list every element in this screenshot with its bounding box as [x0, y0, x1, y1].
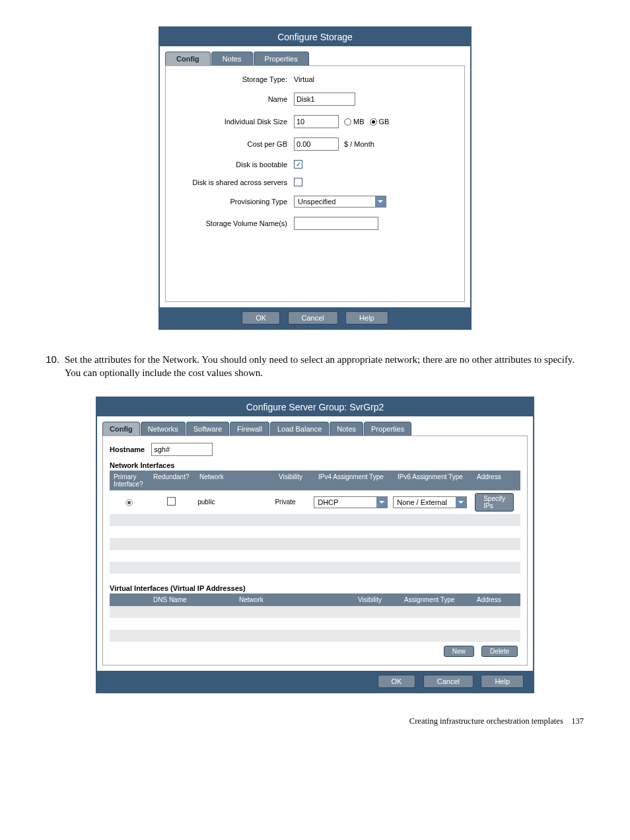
- primary-interface-radio[interactable]: [125, 499, 133, 506]
- footer-page: 137: [571, 716, 584, 726]
- table-row: [110, 562, 520, 574]
- table-row: [110, 606, 520, 618]
- ok-button[interactable]: OK: [378, 675, 416, 688]
- col-address: Address: [473, 471, 520, 490]
- tab-row: Config Notes Properties: [165, 52, 465, 65]
- tab-config[interactable]: Config: [165, 52, 211, 65]
- col-visibility: Visibility: [275, 471, 314, 490]
- tab-properties[interactable]: Properties: [364, 422, 411, 436]
- hostname-input[interactable]: [151, 443, 213, 456]
- table-row: [110, 526, 520, 538]
- chevron-down-icon: [375, 196, 386, 207]
- dialog-title: Configure Server Group: SvrGrp2: [97, 398, 533, 416]
- name-label: Name: [175, 95, 294, 103]
- cost-input[interactable]: [294, 137, 339, 151]
- inner-button-row: New Delete: [110, 642, 520, 658]
- redundant-checkbox[interactable]: [167, 497, 176, 506]
- virtual-table-header: DNS Name Network Visibility Assignment T…: [110, 593, 520, 606]
- configure-storage-dialog: Configure Storage Config Notes Propertie…: [158, 26, 472, 330]
- shared-label: Disk is shared across servers: [175, 178, 294, 186]
- tab-firewall[interactable]: Firewall: [230, 422, 269, 436]
- dialog-title: Configure Storage: [160, 28, 470, 46]
- col-ipv4: IPv4 Assignment Type: [314, 471, 394, 490]
- network-interfaces-header: Network Interfaces: [110, 461, 520, 469]
- tab-networks[interactable]: Networks: [141, 422, 186, 436]
- bootable-label: Disk is bootable: [175, 161, 294, 169]
- network-cell: public: [193, 496, 271, 508]
- ipv4-value: DHCP: [318, 498, 338, 506]
- cost-label: Cost per GB: [175, 140, 294, 148]
- step-number: 10.: [40, 353, 65, 380]
- table-row: [110, 514, 520, 526]
- col-assignment: Assignment Type: [400, 593, 473, 606]
- col-ipv6: IPv6 Assignment Type: [394, 471, 473, 490]
- col-redundant: Redundant?: [149, 471, 195, 490]
- tab-config[interactable]: Config: [102, 422, 140, 436]
- tab-software[interactable]: Software: [186, 422, 229, 436]
- unit-gb-radio[interactable]: GB: [370, 118, 390, 126]
- provisioning-select[interactable]: Unspecified: [294, 196, 386, 208]
- ok-button[interactable]: OK: [242, 311, 280, 325]
- table-row: [110, 618, 520, 630]
- disk-size-label: Individual Disk Size: [175, 118, 294, 126]
- disk-size-input[interactable]: [294, 115, 339, 128]
- config-panel: Storage Type: Virtual Name Individual Di…: [165, 65, 465, 302]
- shared-checkbox[interactable]: [294, 178, 302, 186]
- ipv6-select[interactable]: None / External: [393, 496, 467, 508]
- volume-label: Storage Volume Name(s): [175, 219, 294, 227]
- col-primary: Primary Interface?: [110, 471, 149, 490]
- visibility-cell: Private: [271, 496, 310, 508]
- col-visibility: Visibility: [354, 593, 400, 606]
- cancel-button[interactable]: Cancel: [423, 675, 473, 688]
- storage-type-label: Storage Type:: [175, 75, 294, 83]
- bootable-checkbox[interactable]: [294, 160, 302, 169]
- tab-notes[interactable]: Notes: [211, 52, 253, 65]
- radio-icon: [370, 118, 377, 126]
- storage-type-value: Virtual: [294, 75, 455, 83]
- server-group-panel: Hostname Network Interfaces Primary Inte…: [102, 436, 528, 666]
- step-text: Set the attributes for the Network. You …: [65, 353, 590, 380]
- hostname-label: Hostname: [110, 445, 145, 453]
- col-network: Network: [235, 593, 354, 606]
- col-network: Network: [195, 471, 275, 490]
- configure-server-group-dialog: Configure Server Group: SvrGrp2 Config N…: [96, 397, 534, 693]
- prov-label: Provisioning Type: [175, 198, 294, 206]
- specify-ips-button[interactable]: Specify IPs: [475, 493, 514, 512]
- help-button[interactable]: Help: [481, 675, 524, 688]
- radio-icon: [344, 118, 351, 126]
- chevron-down-icon: [376, 497, 387, 508]
- delete-button[interactable]: Delete: [481, 646, 518, 657]
- unit-mb-label: MB: [353, 118, 365, 126]
- dialog1-button-row: OK Cancel Help: [160, 307, 470, 328]
- instruction-step: 10. Set the attributes for the Network. …: [40, 353, 590, 380]
- table-row: [110, 630, 520, 642]
- col-blank: [110, 593, 149, 606]
- col-dns-name: DNS Name: [149, 593, 235, 606]
- new-button[interactable]: New: [444, 646, 474, 657]
- cost-suffix: $ / Month: [344, 140, 374, 148]
- ipv6-value: None / External: [397, 498, 447, 506]
- virtual-interfaces-header: Virtual Interfaces (Virtual IP Addresses…: [110, 584, 520, 592]
- unit-mb-radio[interactable]: MB: [344, 118, 365, 126]
- ipv4-select[interactable]: DHCP: [314, 496, 388, 508]
- cancel-button[interactable]: Cancel: [288, 311, 338, 325]
- tab-row: Config Networks Software Firewall Load B…: [102, 422, 528, 436]
- tab-notes[interactable]: Notes: [330, 422, 363, 436]
- volume-input[interactable]: [294, 217, 378, 230]
- tab-properties[interactable]: Properties: [254, 52, 309, 65]
- chevron-down-icon: [456, 497, 466, 508]
- dialog2-button-row: OK Cancel Help: [97, 671, 533, 692]
- table-row: [110, 550, 520, 562]
- network-table-row: public Private DHCP None / External Spec…: [110, 490, 520, 514]
- table-row: [110, 538, 520, 550]
- tab-load-balance[interactable]: Load Balance: [270, 422, 329, 436]
- provisioning-value: Unspecified: [298, 198, 335, 206]
- page-footer: Creating infrastructure orchestration te…: [40, 716, 590, 726]
- name-input[interactable]: [294, 93, 355, 106]
- unit-gb-label: GB: [379, 118, 390, 126]
- col-address: Address: [473, 593, 520, 606]
- help-button[interactable]: Help: [345, 311, 388, 325]
- footer-section: Creating infrastructure orchestration te…: [409, 716, 563, 726]
- network-table-header: Primary Interface? Redundant? Network Vi…: [110, 471, 520, 490]
